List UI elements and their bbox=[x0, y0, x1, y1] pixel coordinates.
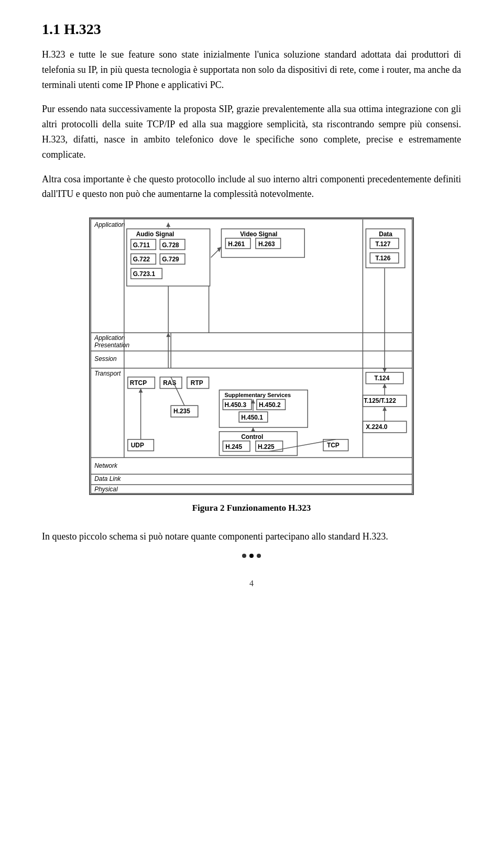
svg-text:Data: Data bbox=[379, 230, 392, 238]
svg-text:T.127: T.127 bbox=[375, 240, 390, 248]
svg-text:H.263: H.263 bbox=[258, 240, 275, 248]
page-navigation bbox=[42, 554, 461, 558]
diagram-container: Application Presentation Session Transpo… bbox=[89, 217, 414, 513]
svg-text:RTCP: RTCP bbox=[130, 379, 147, 387]
svg-text:H.245: H.245 bbox=[225, 443, 242, 451]
svg-text:H.261: H.261 bbox=[228, 240, 245, 248]
svg-text:T.126: T.126 bbox=[375, 255, 390, 262]
svg-text:Session: Session bbox=[94, 355, 117, 362]
svg-text:H.450.2: H.450.2 bbox=[259, 401, 281, 409]
svg-text:G.729: G.729 bbox=[162, 256, 179, 263]
svg-text:Data Link: Data Link bbox=[94, 475, 121, 482]
paragraph-3: Altra cosa importante è che questo proto… bbox=[42, 172, 461, 202]
svg-text:T.125/T.122: T.125/T.122 bbox=[364, 397, 396, 404]
svg-text:G.728: G.728 bbox=[162, 241, 179, 249]
svg-text:RTP: RTP bbox=[191, 379, 203, 387]
svg-text:Application: Application bbox=[94, 221, 125, 228]
svg-text:Audio Signal: Audio Signal bbox=[136, 230, 174, 238]
nav-dot-1 bbox=[242, 554, 246, 558]
svg-text:T.124: T.124 bbox=[374, 375, 389, 382]
svg-text:Supplementary Services: Supplementary Services bbox=[224, 392, 291, 399]
svg-text:H.235: H.235 bbox=[173, 408, 190, 415]
svg-text:TCP: TCP bbox=[327, 442, 340, 449]
svg-text:Network: Network bbox=[94, 463, 118, 470]
paragraph-2: Pur essendo nata successivamente la prop… bbox=[42, 102, 461, 162]
svg-text:H.450.3: H.450.3 bbox=[224, 401, 246, 409]
paragraph-1: H.323 e tutte le sue feature sono state … bbox=[42, 47, 461, 92]
svg-text:Physical: Physical bbox=[94, 486, 118, 493]
h323-diagram: Application Presentation Session Transpo… bbox=[89, 217, 414, 495]
paragraph-4: In questo piccolo schema si può notare q… bbox=[42, 529, 461, 544]
diagram-caption: Figura 2 Funzionamento H.323 bbox=[89, 503, 414, 513]
svg-text:UDP: UDP bbox=[131, 442, 144, 449]
svg-text:Video Signal: Video Signal bbox=[240, 230, 277, 238]
svg-text:RAS: RAS bbox=[163, 379, 176, 387]
svg-text:G.723.1: G.723.1 bbox=[133, 270, 156, 278]
page-number: 4 bbox=[42, 579, 461, 588]
svg-text:X.224.0: X.224.0 bbox=[366, 423, 387, 431]
svg-text:Application: Application bbox=[94, 334, 125, 342]
svg-text:H.225: H.225 bbox=[258, 443, 275, 451]
svg-text:G.711: G.711 bbox=[133, 241, 150, 249]
page-title: 1.1 H.323 bbox=[42, 21, 461, 38]
nav-dot-3 bbox=[257, 554, 261, 558]
svg-text:Transport: Transport bbox=[94, 370, 121, 377]
svg-text:G.722: G.722 bbox=[133, 256, 150, 263]
nav-dot-2 bbox=[249, 554, 254, 558]
svg-text:Control: Control bbox=[241, 433, 263, 441]
svg-text:H.450.1: H.450.1 bbox=[241, 414, 263, 421]
